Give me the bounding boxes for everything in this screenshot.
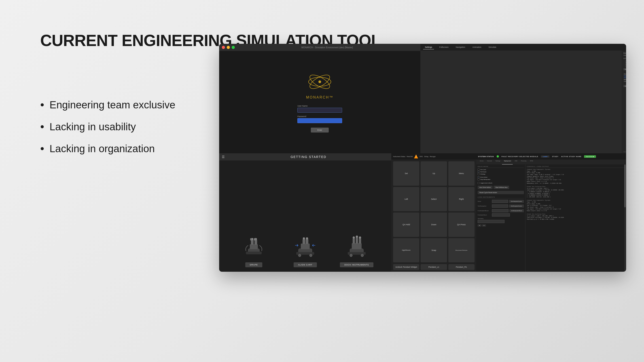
close-btn[interactable] [222,46,225,49]
monarch-title: MONARCH™ [306,95,334,99]
ortology-checkbox[interactable] [478,173,480,175]
script-action-btn[interactable]: StartAdaptationSystem [509,200,524,203]
svg-rect-41 [250,244,258,249]
viewer-tabs: Settings Fullscreen Navigation Animation… [420,44,626,50]
drape-label[interactable]: DRAPE [245,262,262,267]
script-input[interactable] [492,200,508,203]
btn-pendant-r1[interactable]: Pendant_R1 [448,264,474,270]
gs-item-dock: DOCK INSTRUMENTS [336,232,377,267]
dock-label[interactable]: DOCK INSTRUMENTS [340,262,374,267]
version-label: Version: 3.27 [624,151,626,152]
full-assist-label: Full Assist [480,171,486,173]
terminal-btn1[interactable]: ▼ [478,224,482,227]
tab-settings[interactable]: Settings [494,160,502,164]
frontloader-input[interactable] [492,213,510,217]
reset-btn[interactable]: Reset [624,68,626,70]
terminating-input[interactable] [478,220,504,223]
bullet-item-1: Engineering team exclusive [40,98,175,111]
tab-deployment[interactable]: Deployment [502,160,513,164]
align-label[interactable]: ALIGN CART [294,262,317,267]
juggle-insert-checkbox[interactable] [478,182,480,184]
password-input[interactable] [298,118,342,123]
nav-input[interactable] [492,204,508,208]
system-header: SYSTEM STATUS FAULT RECOVERY SELECTED MO… [476,153,626,160]
real-em-label: Real EM [407,156,413,157]
reset-cycle-btn[interactable]: Reset Cycle Reset Action [478,191,524,194]
svg-rect-53 [302,239,305,244]
drive-active-checkbox[interactable] [478,176,480,178]
svg-rect-62 [353,238,355,244]
btn-high-recom[interactable]: High/Recom [393,238,419,263]
svg-rect-40 [246,252,262,254]
tab-ans[interactable]: ANS [513,160,519,164]
username-label: User Name [298,105,342,107]
btn-down[interactable]: Down [420,213,447,237]
svg-rect-52 [301,244,310,249]
svg-rect-43 [254,240,257,245]
arm-limit-checkbox[interactable] [478,169,480,170]
btn-qa-press[interactable]: QA Press [448,213,474,237]
fault-recovery-title: FAULT RECOVERY SELECTED MODULE [502,156,538,157]
load-instruments-section: LOAD INSTRUMENTS [478,196,524,198]
frame-section: Configuration Variant ID -- v Display Op… [624,52,626,70]
warning-icon: ! [414,154,418,158]
mount-input[interactable] [492,209,508,212]
instrument-status-label: Instrument Status [393,156,406,157]
tab-animation[interactable]: Animation [471,45,483,49]
system-status-title: SYSTEM STATUS [478,156,494,157]
btn-qa-hold[interactable]: QA Hold [393,213,419,237]
bullet-list: Engineering team exclusive Lacking in us… [40,98,175,164]
svg-point-65 [353,236,355,239]
tab-simulate[interactable]: Simulate [487,45,498,49]
stop-manipulator-label: Stop Manipulator [480,179,490,180]
gs-titlebar: ☰ GETTING STARTED [219,153,391,160]
drive-action-btn[interactable]: Aux Drive Action [478,186,492,189]
btn-pendant-l1[interactable]: Pendant_L1 [420,264,447,270]
tab-errors[interactable]: Errors [478,160,485,164]
getting-started-panel: ☰ GETTING STARTED [219,153,391,272]
hamburger-menu-icon[interactable]: ☰ [222,155,225,159]
svg-point-50 [298,254,301,257]
btn-select[interactable]: Select [420,187,447,211]
urs-label: URS [420,156,423,157]
start-study-btn[interactable]: Start Study ▶ [584,155,596,158]
start-without-aux-btn[interactable]: Start Without Aux [494,186,509,189]
tab-fullscreen[interactable]: Fullscreen [438,45,450,49]
btn-undock-pendant[interactable]: Undock Pendant Widget [393,264,419,270]
svg-point-51 [310,254,312,257]
login-window-title: MONARCH - Simulation Environment (dev) [… [236,46,418,49]
tab-rfid[interactable]: RFID [528,160,535,164]
dock-robot-icon [343,232,370,259]
tab-navigation[interactable]: Navigation [454,45,467,49]
btn-left[interactable]: Left [393,187,419,211]
btn-snap[interactable]: Snap [420,238,447,263]
terminal-btn2[interactable]: ▼ [482,224,486,227]
username-input[interactable] [298,108,342,113]
login-titlebar: MONARCH - Simulation Environment (dev) [… [219,44,420,51]
btn-right[interactable]: Right [448,187,474,211]
nav-action-btn[interactable]: StartNavigationSystem [509,204,524,208]
svg-point-59 [350,254,352,257]
tab-general[interactable]: General [485,160,494,164]
btn-menu[interactable]: Menu [448,161,474,186]
stop-manipulator-checkbox[interactable] [478,179,480,180]
system-tabs: Errors General Settings Deployment ANS P… [476,160,626,164]
drape-robot-icon [240,232,267,259]
enter-button[interactable]: Enter [311,128,329,132]
log-section: Console / Code Output [527,166,625,168]
log-scrollbar[interactable] [624,164,626,272]
add-model-btn[interactable]: addModel [624,85,626,87]
minimize-btn[interactable] [227,46,230,49]
maximize-btn[interactable] [232,46,235,49]
tab-settings[interactable]: Settings [423,45,434,49]
btn-up[interactable]: Up [420,161,447,186]
btn-disconnect[interactable]: Disconnect Remove [448,238,474,263]
arm-limit-label: Arm Limit [480,169,486,170]
active-study-title: ACTIVE STUDY NAME [561,156,582,157]
svg-rect-54 [306,239,308,244]
full-assist-checkbox[interactable] [478,171,480,173]
btn-set[interactable]: Set [393,161,419,186]
tab-proximity[interactable]: Proximity [519,160,528,164]
mount-action-btn[interactable]: ArmManipulatorMount [510,209,524,212]
svg-rect-61 [352,243,362,249]
